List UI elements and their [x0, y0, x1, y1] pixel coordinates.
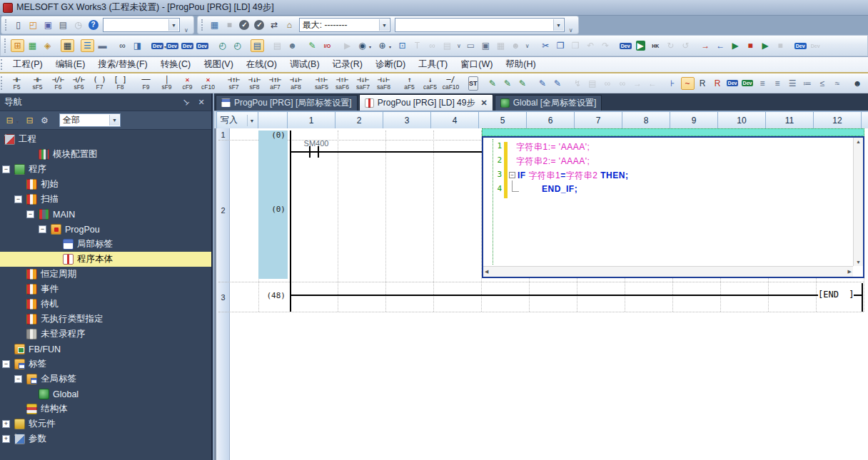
device-display-icon[interactable]: ◉: [355, 39, 369, 52]
tree-expand-icon[interactable]: −: [2, 360, 10, 368]
scan-time-combobox[interactable]: 最大: --------▼: [299, 18, 390, 32]
entry-ladder-monitor-icon[interactable]: ▭: [464, 39, 478, 52]
find-rung-icon[interactable]: R: [696, 77, 710, 90]
tab[interactable]: ProgPou [PRG] [LD] 49步✕: [359, 94, 493, 111]
io-assignment-icon[interactable]: I/O: [321, 39, 334, 52]
tab-close-icon[interactable]: ✕: [480, 98, 487, 108]
tree-item[interactable]: FB/FUN: [0, 342, 211, 357]
verify-1-icon[interactable]: ✓: [238, 19, 251, 31]
menu-item[interactable]: 工具(T): [412, 57, 454, 72]
tree-item[interactable]: 恒定周期: [0, 267, 211, 282]
write-mode-combobox[interactable]: 写入▼: [216, 111, 258, 129]
tree-item[interactable]: 工程: [0, 132, 211, 147]
step-execute-icon[interactable]: ⇄: [268, 19, 281, 31]
fkey-F6-button[interactable]: ⊣/⊢F6: [49, 74, 68, 93]
fkey-aF8-button[interactable]: ⊣↓⊢aF8: [286, 74, 306, 93]
scan-watch-config-icon[interactable]: ◴: [231, 39, 244, 52]
align-left-icon[interactable]: ≤: [816, 77, 829, 90]
scroll-down-icon[interactable]: ▼: [854, 258, 862, 266]
scan-watch-icon[interactable]: ◴: [216, 39, 229, 52]
st-code-line[interactable]: 字符串2:= 'AAAA';: [516, 155, 590, 168]
device-find-2-icon[interactable]: Dev: [619, 39, 632, 52]
menu-item[interactable]: 视图(V): [197, 57, 240, 72]
navigation-window-icon[interactable]: ⊞: [11, 39, 24, 52]
stop-icon[interactable]: ■: [223, 19, 236, 31]
intelligent-function-icon[interactable]: ▣: [479, 39, 493, 52]
find-duplicate-coil-icon[interactable]: ∞: [616, 77, 630, 90]
tree-expand-icon[interactable]: −: [26, 210, 34, 218]
tree-item[interactable]: −标签: [0, 357, 211, 372]
menu-item[interactable]: 帮助(H): [499, 57, 542, 72]
tree-item[interactable]: −ProgPou: [0, 222, 211, 237]
combo-arrow-icon[interactable]: ▼: [553, 19, 563, 31]
tree-item[interactable]: 模块配置图: [0, 147, 211, 162]
pointer-branch-icon[interactable]: ≔: [801, 77, 814, 90]
fb-register-red-icon[interactable]: ☻: [866, 77, 868, 90]
status-combobox[interactable]: ▼: [395, 18, 565, 32]
fkey-sF9-button[interactable]: │sF9: [157, 74, 176, 93]
save-project-icon[interactable]: ▣: [41, 19, 55, 31]
menu-item[interactable]: 在线(O): [240, 57, 283, 72]
tree-item[interactable]: 局部标签: [0, 237, 211, 252]
find-unpaired-icon[interactable]: ∞: [601, 77, 615, 90]
end-instruction[interactable]: [END ]: [818, 290, 854, 300]
fkey-aF5-button[interactable]: ↑aF5: [400, 74, 419, 93]
tree-item[interactable]: 结构体: [0, 402, 211, 416]
fkey-cF10-button[interactable]: ✕cF10: [198, 74, 218, 93]
fkey-sF7-button[interactable]: ⊣↑⊢sF7: [224, 74, 243, 93]
convert-all-icon[interactable]: ▤: [586, 77, 600, 90]
tree-item[interactable]: +软元件: [0, 416, 211, 431]
insert-row-icon[interactable]: →: [631, 77, 645, 90]
delete-row-icon[interactable]: ←: [646, 77, 660, 90]
toolbar-grip[interactable]: [201, 19, 205, 31]
unit-configuration-icon[interactable]: ▦: [61, 39, 74, 52]
tree-expand-icon[interactable]: +: [2, 420, 10, 428]
toolbar-overflow-icon[interactable]: ∨: [525, 43, 530, 49]
edit-label-table-icon[interactable]: ✎: [536, 77, 550, 90]
st-code-line[interactable]: 字符串1:= 'AAAA';: [516, 141, 590, 153]
home-monitor-icon[interactable]: ⌂: [283, 19, 296, 31]
fit-width-icon[interactable]: T: [410, 39, 424, 52]
fb-register-icon[interactable]: ☻: [851, 77, 864, 90]
settings-gear-icon[interactable]: ⚙: [38, 114, 51, 127]
st-vertical-scrollbar[interactable]: ▲ ▼: [853, 138, 863, 266]
monitor-watch-stop-icon[interactable]: ■: [774, 39, 787, 52]
combo-arrow-icon[interactable]: ▼: [379, 19, 389, 31]
connection-destination-icon[interactable]: ▦: [26, 39, 39, 52]
fkey-saF5-button[interactable]: ⊣⇑⊢saF5: [312, 74, 331, 93]
monitor-window-find-icon[interactable]: ▶: [634, 39, 647, 52]
line-statement-icon[interactable]: ≡: [756, 77, 769, 90]
fkey-saF8-button[interactable]: ⊣⇓⊢saF8: [374, 74, 393, 93]
redo-icon[interactable]: ↷: [599, 39, 612, 52]
tree-item[interactable]: 待机: [0, 297, 211, 312]
toolbar-overflow-icon[interactable]: ∨: [569, 27, 573, 34]
edit-open-pencil-icon[interactable]: ✎: [516, 77, 530, 90]
close-panel-icon[interactable]: ✕: [196, 96, 207, 108]
st-horizontal-scrollbar[interactable]: ◀ ▶: [483, 266, 853, 277]
help-icon[interactable]: ?: [86, 19, 100, 31]
toolbar-grip[interactable]: [5, 19, 9, 31]
read-from-plc-icon[interactable]: ←: [714, 39, 727, 52]
tree-expand-icon[interactable]: −: [14, 375, 22, 383]
tree-item[interactable]: −MAIN: [0, 207, 211, 222]
device-find-icon[interactable]: Dev: [151, 39, 164, 52]
tab[interactable]: Global [全局标签设置]: [495, 95, 602, 111]
menu-item[interactable]: 转换(C): [154, 57, 197, 72]
docking-window-icon[interactable]: ▤: [251, 39, 264, 52]
print-preview-icon[interactable]: ▤: [271, 39, 284, 52]
menu-item[interactable]: 调试(B): [283, 57, 326, 72]
previous-result-icon[interactable]: ↻: [664, 39, 677, 52]
wire-mode-icon[interactable]: ~: [681, 77, 695, 90]
fkey-F8-button[interactable]: [ ]F8: [111, 74, 130, 93]
scroll-left-icon[interactable]: ◀: [483, 267, 490, 276]
contact-symbol[interactable]: [309, 146, 311, 158]
menu-item[interactable]: 编辑(E): [49, 57, 92, 72]
tree-item[interactable]: −全局标签: [0, 372, 211, 387]
tree-item[interactable]: +参数: [0, 431, 211, 446]
tree-item[interactable]: 初始: [0, 177, 211, 192]
menu-item[interactable]: 诊断(D): [369, 57, 412, 72]
paste-icon[interactable]: ❐: [569, 39, 582, 52]
device-test-off-icon[interactable]: Dev: [809, 39, 822, 52]
fkey-sF5-button[interactable]: ⊣⊢sF5: [28, 74, 47, 93]
st-code-line[interactable]: IF 字符串1=字符串2 THEN;: [518, 170, 628, 182]
